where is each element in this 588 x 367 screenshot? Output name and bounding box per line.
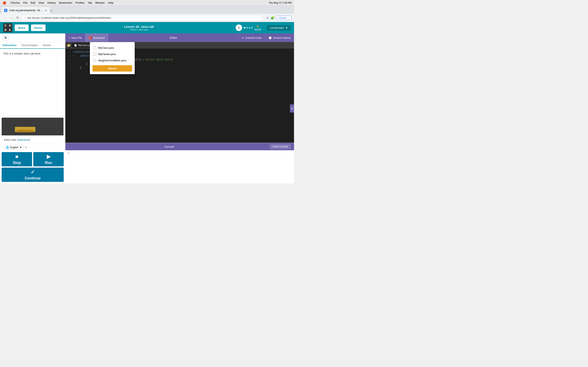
menu-chrome[interactable]: Chrome [10,1,20,4]
apple-icon: 🍎 [2,1,6,5]
commit-icon: ✔ [242,36,244,39]
continue-button[interactable]: ✓ Continue [2,167,64,182]
commit-code-button[interactable]: ✔ Commit Code [238,33,265,42]
menu-file[interactable]: File [23,1,27,4]
more-button[interactable]: ▼ MORE [254,25,261,31]
levelbuilder-chevron-icon: ▼ [285,26,288,29]
tab-label: Code.org [development] - All … [9,9,43,12]
levelbuilder-button[interactable]: Levelbuilder ▼ [267,25,291,31]
folder-icon: 📁 [67,44,70,47]
run-icon: ▶ [47,154,51,159]
language-dropdown[interactable]: 🌐 English ▼ [4,145,24,150]
extra-links-toggle[interactable]: [hide/show] [17,138,30,141]
level-counter: 1 ▼ MORE [236,25,261,31]
level-dot-4 [251,27,253,29]
back-button[interactable]: ← [2,15,7,21]
menu-tab[interactable]: Tab [87,1,92,4]
backpack-item-myclass[interactable]: MyClass.java [93,45,132,51]
backpack-file-myclass: MyClass.java [98,46,114,49]
fold-arrow-1[interactable]: ▾ [73,50,74,54]
brace-close-5: } [80,66,81,70]
instructions-content: This is a sample Java Lab level. [0,49,65,116]
stop-run-row: ■ Stop ▶ Run [2,152,64,166]
menu-view[interactable]: View [39,1,44,4]
remix-button[interactable]: Remix [31,25,45,31]
extra-links: Extra Links: [hide/show] [2,137,64,142]
import-button[interactable]: Import [93,65,132,72]
backpack-button[interactable]: 🎒 Backpack [85,33,108,42]
address-bar[interactable]: ⚠ Not Secure | localhost-studio.code.org… [21,15,263,21]
collapse-chevron-icon: ❮ [291,107,293,110]
continue-label: Continue [25,176,41,180]
console-output[interactable]: > [65,150,294,184]
chrome-tabbar: C Code.org [development] - All … ✕ + [0,6,294,14]
stop-button[interactable]: ■ Stop [2,152,32,166]
checkbox-neighborhood[interactable] [93,59,96,62]
brace-close-4: } [86,62,87,66]
menu-help[interactable]: Help [108,1,113,4]
update-label: Update [278,17,286,19]
stop-icon: ■ [15,154,18,159]
line-number-4: 4 [65,62,73,66]
backpack-item-mypainter[interactable]: MyPainter.java [93,51,132,57]
new-file-label: New File [71,36,82,39]
backpack-item-neighborhood[interactable]: NeighborhoodMain.java [93,57,132,64]
new-file-button[interactable]: + New File [65,33,85,42]
lock-icon: ⚠ [24,17,26,19]
reload-button[interactable]: ↻ [16,15,20,21]
paren-3: ); [139,58,142,62]
panel-collapse-arrow[interactable]: ❮ [290,104,294,113]
menu-window[interactable]: Window [95,1,104,4]
stop-label: Stop [13,161,21,165]
update-chevron-icon: ⌄ [287,17,289,19]
lang-chevron-icon: ▼ [19,146,22,149]
fold-arrow-2[interactable]: ▾ [73,54,74,58]
menu-edit[interactable]: Edit [31,1,35,4]
extra-links-label: Extra Links: [4,138,17,141]
more-label: MORE [254,28,261,31]
tab-favicon: C [4,9,7,12]
indent-3 [80,62,86,66]
version-icon: 🕐 [268,36,272,39]
continue-icon: ✓ [31,169,35,175]
gear-button[interactable]: ⚙ [2,35,9,40]
clear-console-button[interactable]: Clear Console [270,144,291,149]
checkbox-myclass[interactable] [93,47,96,49]
globe-icon: 🌐 [6,146,9,149]
backpack-dropdown: MyClass.java MyPainter.java Neighborhood… [90,42,135,74]
backpack-file-mypainter: MyPainter.java [98,53,116,56]
line-number-1: 1 [65,50,73,54]
editor-label: Editor [108,36,238,39]
right-panel: + New File 🎒 Backpack Editor ✔ Commit Co… [65,33,294,184]
version-history-button[interactable]: 🕐 Version History [265,33,294,42]
star-icon[interactable]: ☆ [266,16,269,20]
share-button[interactable]: Share [15,25,29,31]
kw-public-1: public [75,50,84,54]
level-number: 1 [236,25,242,31]
console-panel: Console Clear Console > [65,143,294,184]
bench-legs-sprite [17,130,33,132]
new-file-icon: + [69,36,70,39]
more-arrow-icon: ▼ [256,25,260,28]
line-number-5: 5 [65,66,73,70]
tab-review[interactable]: Review [40,42,53,49]
tab-close-button[interactable]: ✕ [45,9,47,12]
update-button[interactable]: Update ⌄ [276,16,292,20]
run-button[interactable]: ▶ Run [33,152,64,166]
menu-profiles[interactable]: Profiles [76,1,84,4]
checkbox-mypainter[interactable] [93,53,96,56]
forward-button[interactable]: → [9,15,14,21]
indent-1 [75,54,81,58]
chrome-addressbar: ← → ↻ ⚠ Not Secure | localhost-studio.co… [0,14,294,22]
menubar-right-icons: Thu May 27 1:30 PM [269,1,292,4]
tab-instructions[interactable]: Instructions [0,42,19,49]
menu-bookmarks[interactable]: Bookmarks [59,1,72,4]
chrome-tab[interactable]: C Code.org [development] - All … ✕ [2,7,50,14]
new-tab-button[interactable]: + [51,9,53,13]
tab-documentation[interactable]: Documentation [19,42,40,49]
app-header: CODE Share Remix Lesson 44: Java Lab Sav… [0,22,294,33]
editor-toolbar: + New File 🎒 Backpack Editor ✔ Commit Co… [65,33,294,42]
menu-history[interactable]: History [48,1,56,4]
extensions-icon[interactable]: 🧩 [270,16,275,20]
console-title: Console [69,145,270,148]
